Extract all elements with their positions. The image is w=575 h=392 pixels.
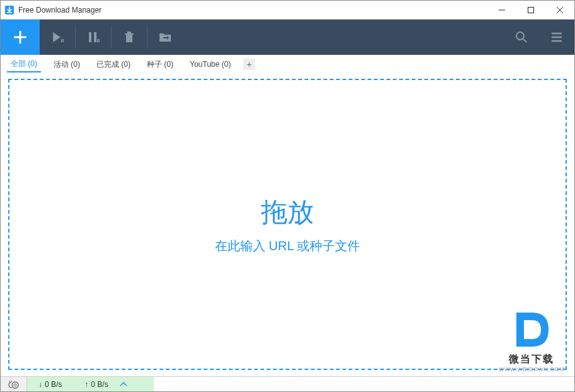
tab-torrents[interactable]: 种子 (0) [143, 57, 177, 72]
svg-rect-10 [63, 39, 64, 42]
svg-point-24 [12, 382, 18, 388]
snail-icon [8, 380, 20, 389]
delete-button[interactable] [112, 20, 147, 55]
window-title: Free Download Manager [18, 6, 487, 14]
upload-speed-value: 0 B/s [91, 380, 108, 389]
svg-rect-16 [126, 35, 132, 42]
menu-button[interactable] [539, 20, 574, 55]
svg-line-20 [523, 39, 526, 42]
move-button[interactable] [148, 20, 183, 55]
speed-limit-button[interactable] [1, 377, 27, 391]
svg-rect-11 [89, 32, 91, 42]
tab-active[interactable]: 活动 (0) [50, 57, 84, 72]
search-button[interactable] [504, 20, 539, 55]
up-arrow-icon: ↑ [84, 380, 88, 389]
trash-icon [123, 31, 136, 43]
upload-speed: ↑ 0 B/s [73, 380, 119, 389]
toolbar [1, 20, 574, 55]
svg-rect-17 [127, 32, 131, 33]
add-tab-button[interactable]: + [243, 59, 255, 70]
svg-marker-8 [53, 32, 61, 42]
folder-move-icon [158, 31, 172, 43]
start-button[interactable] [40, 20, 75, 55]
chevron-up-icon [120, 382, 127, 387]
drop-subtitle: 在此输入 URL 或种子文件 [215, 238, 360, 255]
titlebar: Free Download Manager [1, 1, 574, 20]
search-icon [514, 30, 528, 44]
down-arrow-icon: ↓ [38, 380, 42, 389]
svg-rect-12 [94, 32, 96, 42]
maximize-button[interactable] [516, 1, 545, 19]
tab-all[interactable]: 全部 (0) [7, 57, 41, 72]
close-button[interactable] [545, 1, 574, 19]
download-speed-value: 0 B/s [45, 380, 62, 389]
plus-icon [12, 29, 28, 45]
minimize-button[interactable] [487, 1, 516, 19]
drop-area[interactable]: 拖放 在此输入 URL 或种子文件 [8, 79, 567, 370]
svg-point-25 [14, 384, 16, 386]
tab-completed[interactable]: 已完成 (0) [93, 57, 134, 72]
svg-point-19 [516, 32, 524, 40]
play-icon [50, 30, 64, 44]
pause-icon [86, 30, 100, 44]
download-speed: ↓ 0 B/s [27, 380, 73, 389]
drop-title: 拖放 [261, 195, 314, 230]
tab-youtube[interactable]: YouTube (0) [186, 58, 235, 71]
svg-rect-9 [61, 39, 62, 42]
pause-button[interactable] [76, 20, 111, 55]
svg-line-26 [9, 381, 10, 383]
svg-rect-3 [528, 7, 534, 13]
status-bar: ↓ 0 B/s ↑ 0 B/s [1, 376, 574, 391]
status-empty-area [154, 377, 574, 391]
tab-strip: 全部 (0) 活动 (0) 已完成 (0) 种子 (0) YouTube (0)… [1, 55, 574, 74]
app-icon [4, 5, 15, 15]
expand-status-button[interactable] [120, 380, 127, 389]
add-download-button[interactable] [1, 20, 40, 55]
svg-rect-14 [99, 39, 100, 42]
svg-rect-13 [97, 39, 98, 42]
svg-rect-15 [125, 33, 134, 35]
hamburger-icon [550, 30, 564, 44]
svg-rect-1 [7, 12, 12, 13]
